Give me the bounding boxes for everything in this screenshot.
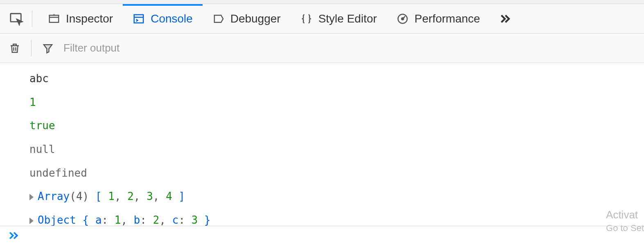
console-line-null[interactable]: null xyxy=(29,138,644,162)
svg-rect-4 xyxy=(134,15,144,23)
array-item: 1 xyxy=(108,190,115,202)
array-length: (4) xyxy=(70,190,89,202)
comma: , xyxy=(115,190,127,202)
object-value: 2 xyxy=(153,214,160,226)
console-output: abc 1 true null undefined Array(4) [ 1, … xyxy=(0,63,644,236)
filter-output-input[interactable] xyxy=(63,42,637,54)
clear-console-icon[interactable] xyxy=(7,42,22,54)
colon: : xyxy=(140,214,153,226)
filter-funnel-icon[interactable] xyxy=(41,42,55,54)
comma: , xyxy=(159,214,172,226)
object-value: 1 xyxy=(115,214,121,226)
console-value: undefined xyxy=(29,167,87,179)
comma: , xyxy=(153,190,166,202)
console-value: abc xyxy=(29,72,49,85)
tab-console-label: Console xyxy=(151,12,193,25)
watermark-line1: Activat xyxy=(606,207,644,222)
colon: : xyxy=(178,214,191,226)
array-class: Array xyxy=(38,190,70,202)
tab-console[interactable]: Console xyxy=(123,4,203,33)
object-key: c xyxy=(172,214,179,226)
comma: , xyxy=(134,190,146,202)
tab-debugger-label: Debugger xyxy=(230,12,281,25)
brace-open: { xyxy=(76,214,95,226)
brace-close: } xyxy=(198,214,210,226)
tab-style-editor[interactable]: Style Editor xyxy=(290,4,387,33)
console-line-string[interactable]: abc xyxy=(29,67,644,91)
tab-performance[interactable]: Performance xyxy=(387,4,490,33)
prompt-chevron-icon xyxy=(7,229,20,244)
expand-arrow-icon[interactable] xyxy=(29,218,34,224)
object-value: 3 xyxy=(191,214,198,226)
more-tabs-icon[interactable] xyxy=(498,12,512,26)
window-top-strip xyxy=(0,0,644,4)
svg-rect-1 xyxy=(50,15,59,22)
expand-arrow-icon[interactable] xyxy=(29,194,34,200)
tab-inspector[interactable]: Inspector xyxy=(38,4,123,33)
console-filter-bar xyxy=(0,34,644,63)
console-line-undefined[interactable]: undefined xyxy=(29,162,644,185)
tab-performance-label: Performance xyxy=(414,12,480,25)
tab-debugger[interactable]: Debugger xyxy=(203,4,290,33)
toolbar-separator xyxy=(32,11,32,27)
tab-style-editor-label: Style Editor xyxy=(318,12,377,25)
devtools-toolbar: Inspector Console Debugger Style Editor … xyxy=(0,4,644,34)
console-line-boolean[interactable]: true xyxy=(29,114,644,138)
comma: , xyxy=(121,214,134,226)
console-line-number[interactable]: 1 xyxy=(29,91,644,115)
bracket-open: [ xyxy=(89,190,108,202)
bracket-close: ] xyxy=(172,190,185,202)
object-key: a xyxy=(95,214,102,226)
array-item: 2 xyxy=(127,190,134,202)
array-item: 4 xyxy=(166,190,172,202)
colon: : xyxy=(102,214,115,226)
element-picker-icon[interactable] xyxy=(7,4,26,33)
object-key: b xyxy=(134,214,140,226)
console-value: null xyxy=(29,143,55,155)
object-class: Object xyxy=(38,214,76,226)
console-line-array[interactable]: Array(4) [ 1, 2, 3, 4 ] xyxy=(29,185,644,209)
console-value: true xyxy=(29,119,55,132)
console-input-bar[interactable] xyxy=(0,226,644,247)
tab-inspector-label: Inspector xyxy=(66,12,113,25)
filterbar-separator xyxy=(31,40,32,56)
array-item: 3 xyxy=(146,190,153,202)
console-value: 1 xyxy=(29,96,36,108)
